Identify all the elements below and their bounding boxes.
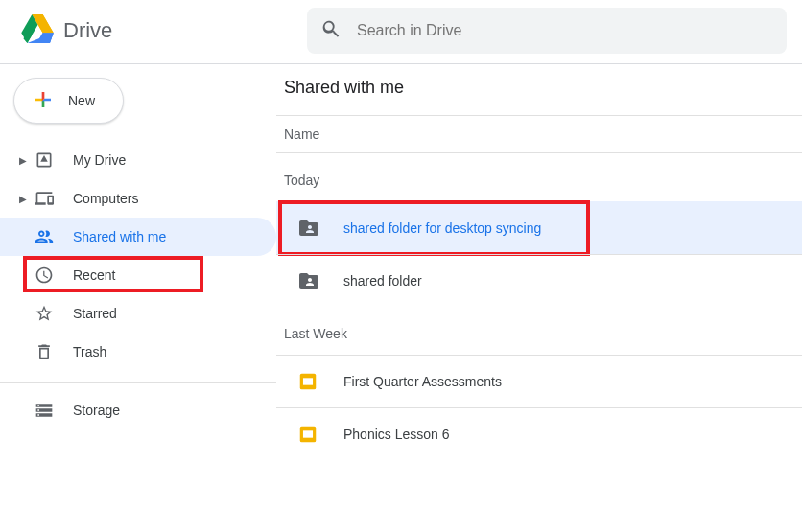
- shared-folder-icon: [297, 269, 320, 292]
- main-area: New ▶ My Drive ▶ Computers ▶: [0, 64, 802, 529]
- svg-rect-8: [303, 430, 313, 437]
- new-button-label: New: [68, 93, 95, 108]
- trash-icon: [33, 342, 56, 361]
- plus-icon: [32, 88, 55, 114]
- clock-icon: [33, 266, 56, 285]
- nav-computers[interactable]: ▶ Computers: [0, 179, 276, 218]
- nav-label: Recent: [73, 267, 115, 283]
- search-input[interactable]: [357, 22, 773, 39]
- slides-icon: [297, 424, 320, 445]
- drive-logo-icon: [21, 14, 54, 47]
- file-name: First Quarter Assessments: [343, 374, 502, 389]
- file-row[interactable]: shared folder for desktop syncing: [276, 201, 802, 254]
- nav-shared-with-me[interactable]: ▶ Shared with me: [0, 218, 276, 256]
- my-drive-icon: [33, 150, 56, 170]
- computers-icon: [33, 189, 56, 208]
- search-bar[interactable]: [307, 8, 787, 54]
- section-today: Today: [276, 153, 802, 201]
- file-name: shared folder for desktop syncing: [343, 220, 541, 236]
- logo-block[interactable]: Drive: [21, 14, 307, 47]
- svg-rect-6: [303, 378, 313, 384]
- divider: [0, 382, 276, 383]
- file-name: Phonics Lesson 6: [343, 427, 450, 442]
- new-button[interactable]: New: [13, 78, 124, 124]
- nav-label: Storage: [73, 403, 120, 418]
- file-name: shared folder: [343, 273, 422, 289]
- page-title: Shared with me: [276, 78, 802, 115]
- content-pane: Shared with me Name Today shared folder …: [276, 64, 802, 529]
- nav-label: My Drive: [73, 152, 126, 168]
- search-icon: [320, 18, 342, 43]
- nav-storage[interactable]: ▶ Storage: [0, 391, 276, 429]
- app-header: Drive: [0, 0, 802, 64]
- shared-folder-icon: [297, 217, 320, 240]
- column-header-name[interactable]: Name: [276, 115, 802, 153]
- caret-icon: ▶: [13, 194, 33, 204]
- file-row[interactable]: Phonics Lesson 6: [276, 407, 802, 460]
- nav-label: Shared with me: [73, 229, 166, 244]
- people-icon: [33, 226, 56, 247]
- nav-label: Starred: [73, 306, 117, 321]
- file-row[interactable]: shared folder: [276, 254, 802, 307]
- nav-label: Computers: [73, 191, 138, 206]
- star-icon: [33, 304, 56, 323]
- nav-recent[interactable]: ▶ Recent: [0, 256, 276, 294]
- nav-my-drive[interactable]: ▶ My Drive: [0, 141, 276, 179]
- brand-name: Drive: [63, 18, 112, 43]
- nav-label: Trash: [73, 344, 106, 359]
- caret-icon: ▶: [13, 155, 33, 166]
- sidebar: New ▶ My Drive ▶ Computers ▶: [0, 64, 276, 529]
- nav-list: ▶ My Drive ▶ Computers ▶ Shared with me: [0, 141, 276, 429]
- slides-icon: [297, 371, 320, 392]
- section-last-week: Last Week: [276, 307, 802, 355]
- nav-starred[interactable]: ▶ Starred: [0, 294, 276, 333]
- nav-trash[interactable]: ▶ Trash: [0, 333, 276, 371]
- file-row[interactable]: First Quarter Assessments: [276, 355, 802, 407]
- storage-icon: [33, 401, 56, 420]
